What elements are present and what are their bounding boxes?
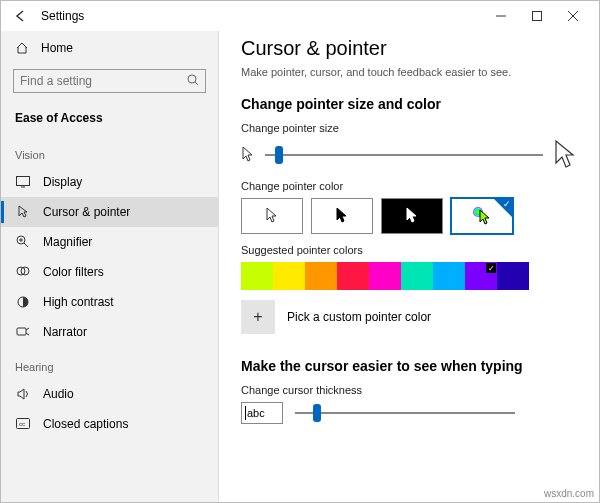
- nav-label: Cursor & pointer: [43, 205, 130, 219]
- nav-audio[interactable]: Audio: [1, 379, 218, 409]
- group-hearing: Hearing: [1, 347, 218, 379]
- pick-custom-color-label: Pick a custom pointer color: [287, 310, 431, 324]
- color-swatch[interactable]: [433, 262, 465, 290]
- display-icon: [15, 176, 31, 188]
- nav-cursor-pointer[interactable]: Cursor & pointer: [1, 197, 218, 227]
- color-swatch[interactable]: ✓: [465, 262, 497, 290]
- search-icon: [187, 74, 199, 89]
- color-swatch[interactable]: [369, 262, 401, 290]
- watermark: wsxdn.com: [544, 488, 594, 499]
- svg-rect-13: [17, 328, 26, 335]
- sidebar: Home Ease of Access Vision Display Curso…: [1, 31, 219, 502]
- color-swatch[interactable]: [273, 262, 305, 290]
- close-button[interactable]: [555, 1, 591, 31]
- main-panel: Cursor & pointer Make pointer, cursor, a…: [219, 31, 599, 502]
- audio-icon: [15, 387, 31, 401]
- pointer-color-options: ✓: [241, 198, 577, 234]
- color-filters-icon: [15, 265, 31, 279]
- category-label: Ease of Access: [1, 105, 218, 135]
- svg-line-3: [195, 82, 198, 85]
- nav-closed-captions[interactable]: cc Closed captions: [1, 409, 218, 439]
- search-input[interactable]: [20, 74, 187, 88]
- nav-label: Magnifier: [43, 235, 92, 249]
- suggested-colors-label: Suggested pointer colors: [241, 244, 577, 256]
- svg-rect-4: [17, 177, 30, 186]
- svg-rect-1: [533, 12, 542, 21]
- svg-line-7: [24, 243, 28, 247]
- captions-icon: cc: [15, 418, 31, 430]
- page-heading: Cursor & pointer: [241, 37, 577, 60]
- pointer-color-black[interactable]: [311, 198, 373, 234]
- nav-narrator[interactable]: Narrator: [1, 317, 218, 347]
- nav-label: Color filters: [43, 265, 104, 279]
- cursor-preview: abc: [241, 402, 283, 424]
- color-swatch[interactable]: [241, 262, 273, 290]
- minimize-button[interactable]: [483, 1, 519, 31]
- color-swatch[interactable]: [401, 262, 433, 290]
- pointer-color-white[interactable]: [241, 198, 303, 234]
- svg-point-2: [188, 75, 196, 83]
- cursor-thickness-label: Change cursor thickness: [241, 384, 577, 396]
- window-title: Settings: [41, 9, 84, 23]
- cursor-icon: [15, 205, 31, 219]
- pointer-color-custom[interactable]: ✓: [451, 198, 513, 234]
- pointer-color-label: Change pointer color: [241, 180, 577, 192]
- page-subtitle: Make pointer, cursor, and touch feedback…: [241, 66, 577, 78]
- pointer-size-slider[interactable]: [265, 145, 543, 165]
- section-cursor: Make the cursor easier to see when typin…: [241, 358, 577, 374]
- nav-label: Narrator: [43, 325, 87, 339]
- svg-text:cc: cc: [19, 421, 25, 427]
- home-nav[interactable]: Home: [1, 35, 218, 61]
- nav-high-contrast[interactable]: High contrast: [1, 287, 218, 317]
- pick-custom-color-button[interactable]: +: [241, 300, 275, 334]
- home-icon: [15, 41, 31, 55]
- nav-label: Audio: [43, 387, 74, 401]
- cursor-large-icon: [553, 140, 577, 170]
- nav-display[interactable]: Display: [1, 167, 218, 197]
- cursor-small-icon: [241, 146, 255, 164]
- section-size-color: Change pointer size and color: [241, 96, 577, 112]
- group-vision: Vision: [1, 135, 218, 167]
- pointer-color-inverted[interactable]: [381, 198, 443, 234]
- color-swatch[interactable]: [305, 262, 337, 290]
- nav-label: High contrast: [43, 295, 114, 309]
- high-contrast-icon: [15, 295, 31, 309]
- nav-label: Closed captions: [43, 417, 128, 431]
- nav-magnifier[interactable]: Magnifier: [1, 227, 218, 257]
- color-swatch[interactable]: [337, 262, 369, 290]
- search-box[interactable]: [13, 69, 206, 93]
- home-label: Home: [41, 41, 73, 55]
- suggested-colors: ✓: [241, 262, 577, 290]
- pointer-size-label: Change pointer size: [241, 122, 577, 134]
- cursor-thickness-slider[interactable]: [295, 403, 515, 423]
- nav-color-filters[interactable]: Color filters: [1, 257, 218, 287]
- nav-label: Display: [43, 175, 82, 189]
- narrator-icon: [15, 325, 31, 339]
- back-button[interactable]: [9, 9, 33, 23]
- magnifier-icon: [15, 235, 31, 249]
- color-swatch[interactable]: [497, 262, 529, 290]
- titlebar: Settings: [1, 1, 599, 31]
- maximize-button[interactable]: [519, 1, 555, 31]
